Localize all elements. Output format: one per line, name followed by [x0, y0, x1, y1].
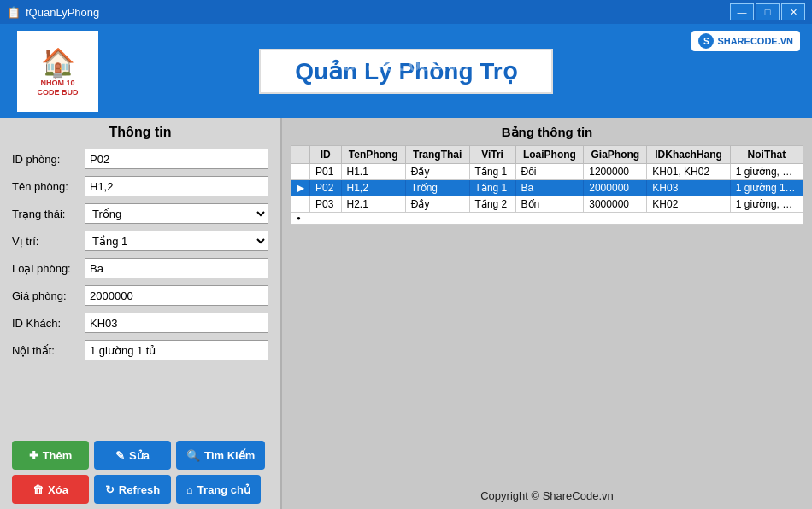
cell-trang-thai: Trống	[405, 180, 469, 196]
label-id-khach: ID Khách:	[12, 317, 85, 330]
logo-text2: CODE BUD	[37, 88, 78, 97]
label-gia-phong: Giá phòng:	[12, 290, 85, 302]
xoa-button[interactable]: 🗑 Xóa	[12, 475, 89, 504]
edit-icon: ✎	[115, 449, 125, 462]
col-id-khach-hang: IDKhachHang	[647, 146, 731, 164]
button-bar-2: 🗑 Xóa ↻ Refresh ⌂ Trang chủ	[0, 475, 280, 509]
title-bar: 📋 fQuanLyPhong — □ ✕	[0, 0, 812, 24]
input-id-khach[interactable]	[85, 313, 268, 333]
sharecode-badge: S SHARECODE.VN	[691, 31, 800, 51]
refresh-button[interactable]: ↻ Refresh	[94, 475, 171, 504]
col-loai-phong: LoaiPhong	[515, 146, 584, 164]
cell-noi-that: 1 giường, 1 tủ đỏ...	[730, 196, 803, 213]
cell-ten-phong: H2.1	[341, 196, 405, 213]
trang-chu-label: Trang chủ	[197, 483, 250, 496]
col-vi-tri: ViTri	[469, 146, 515, 164]
logo: 🏠 NHÓM 10 CODE BUD	[17, 31, 98, 112]
row-indicator	[291, 164, 310, 180]
main-content: Thông tin ID phòng: Tên phòng: Trạng thá…	[0, 118, 812, 509]
them-button[interactable]: ✚ Thêm	[12, 441, 89, 470]
button-bar: ✚ Thêm ✎ Sửa 🔍 Tìm Kiếm	[0, 434, 280, 475]
cell-loai-phong: Đôi	[515, 164, 584, 180]
data-table: ID TenPhong TrangThai ViTri LoaiPhong Gi…	[291, 145, 803, 225]
label-ten-phong: Tên phòng:	[12, 180, 85, 193]
table-row[interactable]: P01H1.1ĐầyTầng 1Đôi1200000KH01, KH021 gi…	[291, 164, 803, 180]
row-indicator	[291, 196, 310, 213]
cell-id-khach-hang: KH03	[647, 180, 731, 196]
table-title: Bảng thông tin	[291, 125, 803, 140]
title-bar-controls: — □ ✕	[730, 3, 805, 20]
cell-gia-phong: 1200000	[584, 164, 647, 180]
row-indicator: ▶	[291, 180, 310, 196]
sua-button[interactable]: ✎ Sửa	[94, 441, 171, 470]
cell-trang-thai: Đầy	[405, 164, 469, 180]
trash-icon: 🗑	[32, 483, 44, 496]
form-row-id: ID phòng:	[12, 149, 268, 169]
app-icon: 📋	[7, 6, 21, 19]
empty-indicator: ●	[291, 213, 803, 225]
right-panel: Bảng thông tin ID TenPhong TrangThai ViT…	[282, 118, 812, 509]
plus-icon: ✚	[29, 449, 38, 462]
label-vi-tri: Vị trí:	[12, 235, 85, 248]
col-indicator	[291, 146, 310, 164]
cell-trang-thai: Đầy	[405, 196, 469, 213]
them-label: Thêm	[43, 449, 73, 462]
tim-kiem-button[interactable]: 🔍 Tìm Kiếm	[176, 441, 265, 470]
label-trang-thai: Trạng thái:	[12, 208, 85, 220]
select-vi-tri[interactable]: Tầng 1 Tầng 2	[85, 231, 268, 251]
form-row-ten: Tên phòng:	[12, 176, 268, 196]
col-noi-that: NoiThat	[730, 146, 803, 164]
col-gia-phong: GiaPhong	[584, 146, 647, 164]
table-header-row: ID TenPhong TrangThai ViTri LoaiPhong Gi…	[291, 146, 803, 164]
select-trang-thai[interactable]: Trống Đầy	[85, 203, 268, 224]
cell-id: P01	[310, 164, 342, 180]
cell-gia-phong: 3000000	[584, 196, 647, 213]
close-button[interactable]: ✕	[781, 3, 805, 20]
logo-icon: 🏠	[41, 46, 75, 79]
refresh-icon: ↻	[105, 483, 115, 496]
cell-vi-tri: Tầng 2	[469, 196, 515, 213]
input-loai-phong[interactable]	[85, 258, 268, 278]
xoa-label: Xóa	[48, 483, 68, 496]
form-row-gia: Giá phòng:	[12, 285, 268, 306]
col-trang-thai: TrangThai	[405, 146, 469, 164]
form-row-loai: Loại phòng:	[12, 258, 268, 278]
sharecode-icon: S	[698, 33, 714, 49]
form-row-noi-that: Nội thất:	[12, 340, 268, 360]
col-id: ID	[310, 146, 342, 164]
col-ten-phong: TenPhong	[341, 146, 405, 164]
refresh-label: Refresh	[119, 483, 160, 496]
cell-noi-that: 1 giường, 1 tủ, 1 ...	[730, 164, 803, 180]
cell-ten-phong: H1.1	[341, 164, 405, 180]
cell-id-khach-hang: KH02	[647, 196, 731, 213]
search-icon: 🔍	[186, 449, 200, 462]
form-section: ID phòng: Tên phòng: Trạng thái: Trống Đ…	[0, 145, 280, 434]
form-row-vi-tri: Vị trí: Tầng 1 Tầng 2	[12, 231, 268, 251]
restore-button[interactable]: □	[756, 3, 780, 20]
copyright-bar: Copyright © ShareCode.vn	[291, 483, 803, 509]
cell-loai-phong: Ba	[515, 180, 584, 196]
input-id-phong[interactable]	[85, 149, 268, 169]
home-icon: ⌂	[186, 483, 193, 496]
input-noi-that[interactable]	[85, 340, 268, 360]
trang-chu-button[interactable]: ⌂ Trang chủ	[176, 475, 261, 504]
form-row-trang-thai: Trạng thái: Trống Đầy	[12, 203, 268, 224]
cell-id: P03	[310, 196, 342, 213]
input-ten-phong[interactable]	[85, 176, 268, 196]
panel-title: Thông tin	[0, 118, 280, 145]
label-noi-that: Nội thất:	[12, 344, 85, 357]
cell-noi-that: 1 giường 1 tủ	[730, 180, 803, 196]
app-title: Quản Lý Phòng Trọ	[259, 49, 553, 94]
left-panel: Thông tin ID phòng: Tên phòng: Trạng thá…	[0, 118, 282, 509]
table-row[interactable]: P03H2.1ĐầyTầng 2Bốn3000000KH021 giường, …	[291, 196, 803, 213]
tim-kiem-label: Tìm Kiếm	[204, 449, 255, 462]
form-row-khach: ID Khách:	[12, 313, 268, 333]
cell-id-khach-hang: KH01, KH02	[647, 164, 731, 180]
copyright-text: Copyright © ShareCode.vn	[480, 489, 614, 502]
label-loai-phong: Loại phòng:	[12, 262, 85, 275]
minimize-button[interactable]: —	[730, 3, 754, 20]
logo-text1: NHÓM 10	[40, 79, 74, 87]
sharecode-label: SHARECODE.VN	[717, 36, 793, 46]
table-row[interactable]: ▶P02H1,2TrốngTầng 1Ba2000000KH031 giường…	[291, 180, 803, 196]
input-gia-phong[interactable]	[85, 285, 268, 306]
